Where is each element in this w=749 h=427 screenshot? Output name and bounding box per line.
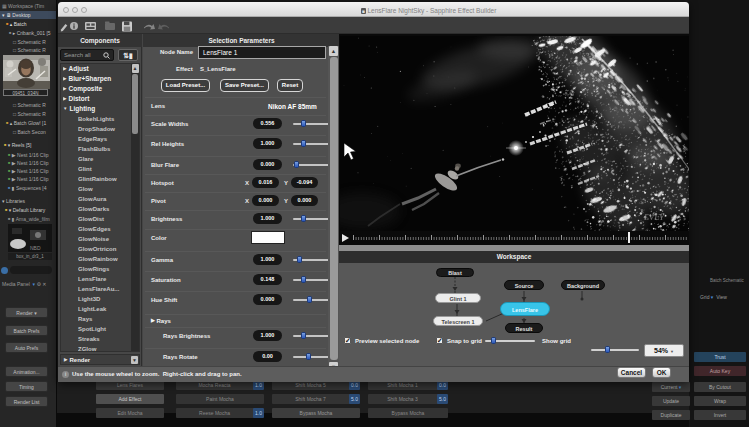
svg-text:LVLY: LVLY bbox=[643, 212, 665, 222]
svg-text:NBD: NBD bbox=[30, 245, 41, 251]
